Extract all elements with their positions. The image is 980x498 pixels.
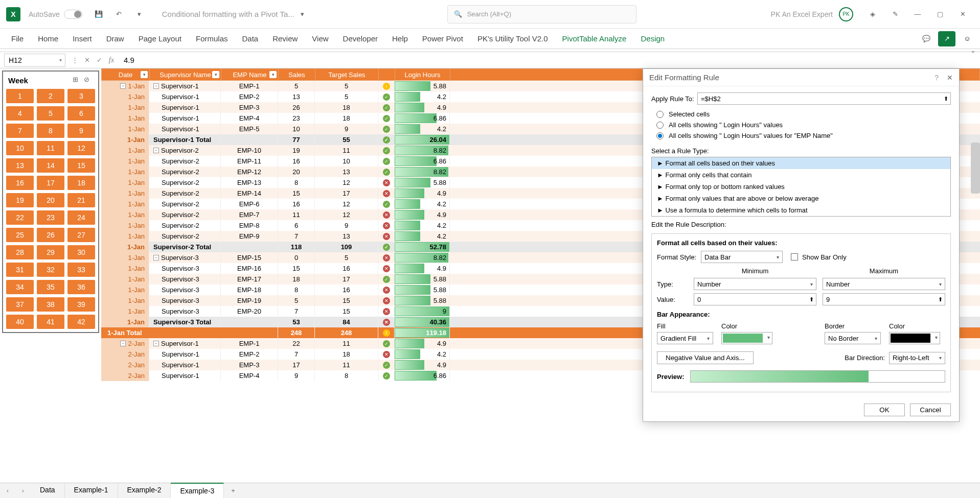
slicer-item[interactable]: 30 xyxy=(67,245,95,259)
slicer-item[interactable]: 42 xyxy=(67,315,95,329)
slicer-item[interactable]: 26 xyxy=(37,228,64,242)
slicer-item[interactable]: 5 xyxy=(37,106,64,121)
ribbon-tab-pk-s-utility-tool-v2-0[interactable]: PK's Utility Tool V2.0 xyxy=(470,29,555,48)
accept-formula-icon[interactable]: ✓ xyxy=(93,54,105,66)
dialog-close-button[interactable]: ✕ xyxy=(947,74,953,82)
ribbon-tab-page-layout[interactable]: Page Layout xyxy=(131,29,189,48)
pen-icon[interactable]: ✎ xyxy=(886,5,904,23)
min-type-select[interactable]: Number xyxy=(694,278,816,290)
slicer-item[interactable]: 21 xyxy=(67,193,95,207)
slicer-item[interactable]: 27 xyxy=(67,228,95,242)
collapse-icon[interactable]: − xyxy=(153,83,159,89)
sheet-tab-data[interactable]: Data xyxy=(31,483,65,498)
apply-rule-input[interactable]: =$H$2⬆ xyxy=(697,92,951,105)
ribbon-tab-view[interactable]: View xyxy=(305,29,335,48)
slicer-item[interactable]: 17 xyxy=(37,176,64,190)
slicer-item[interactable]: 39 xyxy=(67,297,95,312)
sheet-next-button[interactable]: › xyxy=(15,487,31,494)
slicer-item[interactable]: 36 xyxy=(67,280,95,294)
min-value-input[interactable]: 0⬆ xyxy=(694,293,816,305)
apply-rule-radio[interactable]: All cells showing " Login Hours" values xyxy=(656,120,951,130)
border-color-picker[interactable]: ▾ xyxy=(889,332,940,344)
comments-button[interactable]: 💬 xyxy=(918,31,935,46)
slicer-item[interactable]: 28 xyxy=(6,245,34,259)
header-emp[interactable]: EMP Name▾ xyxy=(221,69,279,80)
slicer-item[interactable]: 14 xyxy=(37,158,64,173)
maximize-button[interactable]: ▢ xyxy=(931,5,949,23)
cancel-button[interactable]: Cancel xyxy=(910,404,951,416)
slicer-item[interactable]: 9 xyxy=(67,124,95,138)
apply-rule-radio[interactable]: All cells showing " Login Hours" values … xyxy=(656,130,951,141)
search-input[interactable]: 🔍 Search (Alt+Q) xyxy=(447,5,636,23)
slicer-item[interactable]: 6 xyxy=(67,106,95,121)
collapse-icon[interactable]: − xyxy=(153,341,159,346)
slicer-item[interactable]: 41 xyxy=(37,315,64,329)
slicer-item[interactable]: 19 xyxy=(6,193,34,207)
slicer-item[interactable]: 22 xyxy=(6,210,34,225)
slicer-item[interactable]: 29 xyxy=(37,245,64,259)
slicer-item[interactable]: 3 xyxy=(67,89,95,103)
bar-direction-select[interactable]: Right-to-Left xyxy=(889,352,945,364)
slicer-item[interactable]: 20 xyxy=(37,193,64,207)
apply-rule-radio[interactable]: Selected cells xyxy=(656,109,951,120)
slicer-item[interactable]: 37 xyxy=(6,297,34,312)
rule-type-item[interactable]: ► Format all cells based on their values xyxy=(652,157,950,169)
vertical-scrollbar[interactable] xyxy=(971,143,980,194)
ribbon-tab-help[interactable]: Help xyxy=(385,29,415,48)
rule-type-item[interactable]: ► Format only top or bottom ranked value… xyxy=(652,181,950,193)
format-style-select[interactable]: Data Bar xyxy=(701,251,783,263)
collapse-icon[interactable]: − xyxy=(153,148,159,153)
ribbon-tab-developer[interactable]: Developer xyxy=(336,29,385,48)
negative-value-button[interactable]: Negative Value and Axis... xyxy=(657,351,754,364)
smiley-icon[interactable]: ☺ xyxy=(959,31,976,46)
qat-dropdown-icon[interactable]: ▾ xyxy=(133,8,146,20)
rule-type-item[interactable]: ► Format only cells that contain xyxy=(652,169,950,181)
ribbon-tab-draw[interactable]: Draw xyxy=(99,29,131,48)
sheet-tab-example-3[interactable]: Example-3 xyxy=(171,483,224,498)
sheet-tab-example-2[interactable]: Example-2 xyxy=(118,483,171,498)
slicer-item[interactable]: 15 xyxy=(67,158,95,173)
ribbon-tab-pivottable-analyze[interactable]: PivotTable Analyze xyxy=(555,29,634,48)
save-icon[interactable]: 💾 xyxy=(93,8,105,20)
ribbon-tab-insert[interactable]: Insert xyxy=(65,29,99,48)
slicer-item[interactable]: 25 xyxy=(6,228,34,242)
show-bar-only-checkbox[interactable] xyxy=(791,253,798,260)
title-dropdown-icon[interactable]: ▾ xyxy=(297,8,309,20)
slicer-item[interactable]: 8 xyxy=(37,124,64,138)
max-value-input[interactable]: 9⬆ xyxy=(823,293,945,305)
sheet-tab-example-1[interactable]: Example-1 xyxy=(65,483,118,498)
slicer-item[interactable]: 13 xyxy=(6,158,34,173)
undo-icon[interactable]: ↶ xyxy=(113,8,125,20)
slicer-item[interactable]: 1 xyxy=(6,89,34,103)
header-date[interactable]: Date▾ xyxy=(102,69,150,80)
slicer-item[interactable]: 35 xyxy=(37,280,64,294)
slicer-item[interactable]: 24 xyxy=(67,210,95,225)
cancel-formula-icon[interactable]: ✕ xyxy=(81,54,93,66)
slicer-item[interactable]: 38 xyxy=(37,297,64,312)
add-sheet-button[interactable]: + xyxy=(224,484,242,497)
ribbon-tab-home[interactable]: Home xyxy=(31,29,65,48)
slicer-item[interactable]: 7 xyxy=(6,124,34,138)
ribbon-tab-design[interactable]: Design xyxy=(633,29,672,48)
user-avatar[interactable]: PK xyxy=(839,7,853,21)
name-box[interactable]: H12 xyxy=(4,54,65,67)
fill-color-picker[interactable]: ▾ xyxy=(721,332,772,344)
slicer-item[interactable]: 40 xyxy=(6,315,34,329)
rule-type-item[interactable]: ► Use a formula to determine which cells… xyxy=(652,204,950,216)
border-select[interactable]: No Border xyxy=(825,332,881,344)
slicer-item[interactable]: 33 xyxy=(67,263,95,277)
help-icon[interactable]: ? xyxy=(935,74,939,82)
slicer-item[interactable]: 2 xyxy=(37,89,64,103)
max-type-select[interactable]: Number xyxy=(823,278,945,290)
slicer-item[interactable]: 18 xyxy=(67,176,95,190)
fx-icon[interactable]: fx xyxy=(105,54,118,66)
slicer-item[interactable]: 11 xyxy=(37,141,64,155)
slicer-item[interactable]: 4 xyxy=(6,106,34,121)
ribbon-tab-file[interactable]: File xyxy=(4,29,31,48)
minimize-button[interactable]: — xyxy=(908,5,927,23)
sheet-prev-button[interactable]: ‹ xyxy=(0,487,15,494)
slicer-item[interactable]: 23 xyxy=(37,210,64,225)
share-button[interactable]: ↗ xyxy=(938,31,955,46)
slicer-item[interactable]: 16 xyxy=(6,176,34,190)
slicer-item[interactable]: 31 xyxy=(6,263,34,277)
